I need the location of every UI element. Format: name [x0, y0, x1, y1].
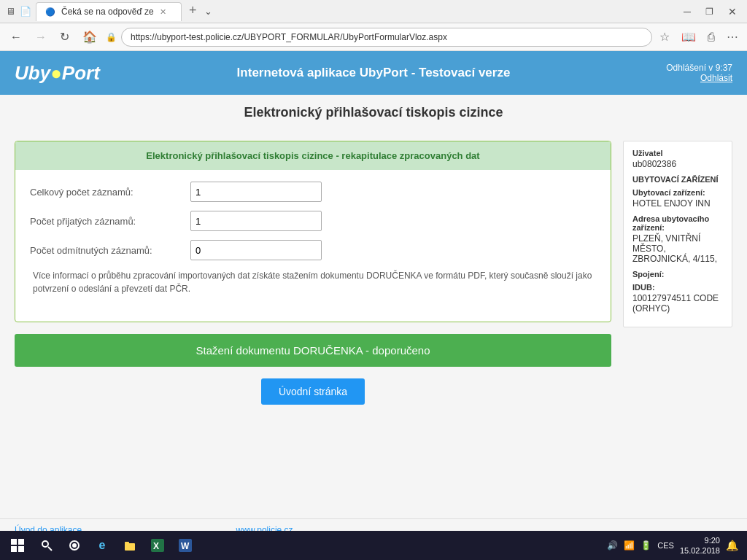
- start-button[interactable]: [3, 532, 32, 559]
- refresh-button[interactable]: ↻: [55, 28, 74, 45]
- browser-tab[interactable]: 🔵 Čeká se na odpověď ze ✕: [36, 2, 182, 21]
- recap-body: Celkový počet záznamů: Počet přijatých z…: [15, 170, 611, 307]
- close-button[interactable]: ✕: [724, 4, 741, 19]
- tab-chevron[interactable]: ⌄: [204, 6, 212, 17]
- accepted-row: Počet přijatých záznamů:: [30, 211, 596, 231]
- svg-rect-2: [11, 546, 17, 552]
- svg-rect-0: [11, 539, 17, 545]
- forward-button[interactable]: →: [31, 29, 51, 45]
- info-text: Více informací o průběhu zpracování impo…: [30, 269, 596, 295]
- svg-rect-1: [18, 539, 24, 545]
- taskbar-date-value: 15.02.2018: [680, 545, 720, 556]
- home-nav-button[interactable]: 🏠: [78, 28, 101, 45]
- svg-rect-3: [18, 546, 24, 552]
- total-label: Celkový počet záznamů:: [30, 187, 190, 198]
- taskbar-right: 🔊 📶 🔋 CES 9:20 15.02.2018 🔔: [604, 535, 744, 556]
- logout-link[interactable]: Odhlásit: [700, 73, 732, 83]
- page-title: Elektronický přihlašovací tiskopis cizin…: [15, 105, 732, 120]
- address-bar[interactable]: [121, 28, 652, 47]
- bookmark-star-button[interactable]: ☆: [657, 28, 673, 45]
- new-tab-button[interactable]: +: [189, 4, 197, 20]
- taskbar-battery-icon: 🔋: [640, 540, 651, 551]
- connection-label: Spojení:: [632, 270, 723, 279]
- recap-box: Elektronický přihlašovací tiskopis cizin…: [15, 141, 611, 322]
- total-row: Celkový počet záznamů:: [30, 182, 596, 202]
- titlebar-icon-browser: 🖥: [6, 6, 15, 17]
- user-label: Uživatel: [632, 149, 723, 158]
- login-time: Odhlášení v 9:37: [666, 63, 732, 73]
- titlebar-icon-page: 📄: [20, 6, 31, 17]
- facility-address-label: Adresa ubytovacího zařízení:: [632, 214, 723, 232]
- center-btn-area: Úvodní stránka: [15, 378, 611, 405]
- app-header: Uby●Port Internetová aplikace UbyPort - …: [0, 51, 747, 95]
- taskbar-network-icon: 🔊: [607, 540, 618, 551]
- logo-dot: ●: [50, 62, 62, 84]
- app-logo: Uby●Port: [15, 62, 100, 85]
- idub-label: IDUB:: [632, 283, 723, 292]
- facility-label: UBYTOVACÍ ZAŘÍZENÍ: [632, 175, 723, 184]
- taskbar-files-button[interactable]: [117, 532, 143, 559]
- download-button[interactable]: Stažení dokumentu DORUČENKA - doporučeno: [15, 334, 611, 367]
- taskbar-search-button[interactable]: [34, 532, 60, 559]
- svg-rect-8: [125, 543, 135, 551]
- main-panel: Elektronický přihlašovací tiskopis cizin…: [15, 141, 611, 504]
- rejected-input[interactable]: [190, 240, 322, 260]
- taskbar-edge-button[interactable]: e: [89, 532, 115, 559]
- taskbar-word-button[interactable]: W: [172, 532, 198, 559]
- user-info: Odhlášení v 9:37 Odhlásit: [666, 63, 732, 83]
- settings-button[interactable]: ⋯: [724, 28, 741, 45]
- home-button[interactable]: Úvodní stránka: [261, 378, 365, 405]
- taskbar-time-value: 9:20: [680, 535, 720, 545]
- tab-icon: 🔵: [45, 7, 55, 17]
- taskbar: e X W 🔊 📶 🔋 CES 9:20 15.02.2018 🔔: [0, 531, 747, 560]
- svg-line-5: [48, 547, 52, 551]
- tab-close-button[interactable]: ✕: [160, 7, 166, 17]
- facility-name-label: Ubytovací zařízení:: [632, 188, 723, 197]
- idub-value: 100127974511 CODE (ORHYC): [632, 293, 723, 314]
- sidebar: Uživatel ub0802386 UBYTOVACÍ ZAŘÍZENÍ Ub…: [623, 141, 732, 504]
- svg-text:X: X: [153, 541, 159, 551]
- taskbar-excel-button[interactable]: X: [144, 532, 171, 559]
- svg-rect-9: [125, 542, 129, 544]
- restore-button[interactable]: ❐: [701, 5, 718, 18]
- taskbar-ces: CES: [657, 541, 674, 550]
- minimize-button[interactable]: ─: [679, 4, 695, 19]
- facility-address-value: PLZEŇ, VNITŘNÍ MĚSTO, ZBROJNICKÁ, 4/115,: [632, 233, 723, 264]
- rejected-row: Počet odmítnutých záznamů:: [30, 240, 596, 260]
- back-button[interactable]: ←: [6, 29, 26, 45]
- accepted-label: Počet přijatých záznamů:: [30, 216, 190, 227]
- tab-title: Čeká se na odpověď ze: [61, 7, 154, 17]
- page-title-bar: Elektronický přihlašovací tiskopis cizin…: [0, 95, 747, 126]
- user-value: ub0802386: [632, 159, 723, 169]
- lock-icon: 🔒: [106, 32, 117, 42]
- taskbar-cortana-button[interactable]: [61, 532, 88, 559]
- share-button[interactable]: ⎙: [705, 28, 718, 45]
- accepted-input[interactable]: [190, 211, 322, 231]
- content-area: Elektronický přihlašovací tiskopis cizin…: [0, 126, 747, 518]
- app-title: Internetová aplikace UbyPort - Testovací…: [237, 66, 511, 80]
- browser-titlebar: 🖥 📄 🔵 Čeká se na odpověď ze ✕ + ⌄ ─ ❐ ✕: [0, 0, 747, 23]
- facility-name-value: HOTEL ENJOY INN: [632, 198, 723, 209]
- svg-point-7: [72, 543, 77, 548]
- reading-list-button[interactable]: 📖: [678, 28, 699, 45]
- taskbar-datetime: 9:20 15.02.2018: [680, 535, 720, 556]
- taskbar-volume-icon: 📶: [624, 540, 635, 551]
- recap-header: Elektronický přihlašovací tiskopis cizin…: [15, 141, 611, 170]
- taskbar-notifications-button[interactable]: 🔔: [726, 540, 738, 551]
- sidebar-section: Uživatel ub0802386 UBYTOVACÍ ZAŘÍZENÍ Ub…: [623, 141, 732, 327]
- nav-actions: ☆ 📖 ⎙ ⋯: [657, 28, 741, 45]
- svg-point-4: [42, 541, 48, 547]
- rejected-label: Počet odmítnutých záznamů:: [30, 245, 190, 256]
- svg-text:W: W: [181, 541, 190, 551]
- total-input[interactable]: [190, 182, 322, 202]
- navigation-bar: ← → ↻ 🏠 🔒 ☆ 📖 ⎙ ⋯: [0, 23, 747, 51]
